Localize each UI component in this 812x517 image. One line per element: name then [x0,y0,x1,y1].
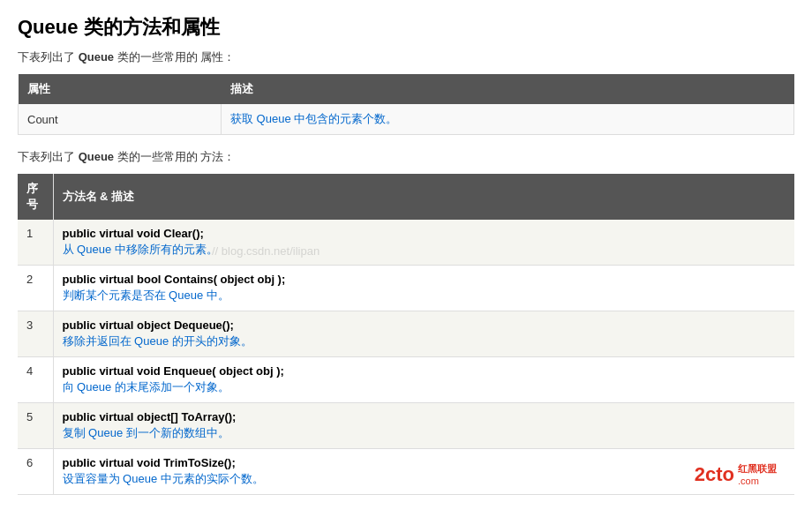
method-content: public virtual object[] ToArray();复制 Que… [53,403,794,449]
logo-area: 2cto 红黑联盟 .com [695,462,777,486]
props-col-description: 描述 [222,74,794,104]
props-intro: 下表列出了 Queue 类的一些常用的 属性： [18,49,794,65]
method-num: 3 [18,311,53,357]
method-signature: public virtual object[] ToArray(); [63,410,786,423]
method-content: public virtual void Clear();从 Queue 中移除所… [53,220,794,266]
methods-col-num: 序号 [18,174,53,220]
method-num: 5 [18,403,53,449]
methods-table-wrapper: // blog.csdn.net/ilipan 序号 方法名 & 描述 1pub… [18,174,794,495]
table-row: Count 获取 Queue 中包含的元素个数。 [19,104,794,135]
method-description: 从 Queue 中移除所有的元素。 [63,242,786,258]
method-num: 4 [18,357,53,403]
method-content: public virtual bool Contains( object obj… [53,266,794,311]
table-row: 3public virtual object Dequeue();移除并返回在 … [18,311,794,357]
methods-intro: 下表列出了 Queue 类的一些常用的 方法： [18,149,794,165]
logo-dot: .com [738,476,777,486]
method-description: 复制 Queue 到一个新的数组中。 [63,425,786,441]
method-num: 1 [18,220,53,266]
method-signature: public virtual object Dequeue(); [63,318,786,332]
prop-name: Count [19,104,222,135]
method-description: 移除并返回在 Queue 的开头的对象。 [63,333,786,349]
method-signature: public virtual void Enqueue( object obj … [63,364,786,378]
method-content: public virtual object Dequeue();移除并返回在 Q… [53,311,794,357]
methods-table: 序号 方法名 & 描述 1public virtual void Clear()… [18,174,794,495]
table-row: 1public virtual void Clear();从 Queue 中移除… [18,220,794,266]
method-num: 2 [18,266,53,311]
method-description: 设置容量为 Queue 中元素的实际个数。 [63,471,786,487]
properties-table: 属性 描述 Count 获取 Queue 中包含的元素个数。 [18,74,794,135]
method-signature: public virtual void TrimToSize(); [63,456,786,469]
method-signature: public virtual bool Contains( object obj… [63,273,786,286]
page-title: Queue 类的方法和属性 [18,14,794,41]
table-row: 5public virtual object[] ToArray();复制 Qu… [18,403,794,449]
table-row: 2public virtual bool Contains( object ob… [18,266,794,311]
logo-red: 红黑联盟 [738,462,777,476]
method-signature: public virtual void Clear(); [63,227,786,240]
table-row: 4public virtual void Enqueue( object obj… [18,357,794,403]
page-container: Queue 类的方法和属性 下表列出了 Queue 类的一些常用的 属性： 属性… [18,14,794,495]
method-description: 判断某个元素是否在 Queue 中。 [63,288,786,303]
logo-2cto: 2cto [695,463,734,486]
prop-desc: 获取 Queue 中包含的元素个数。 [222,104,794,135]
method-content: public virtual void TrimToSize();设置容量为 Q… [53,449,794,495]
method-content: public virtual void Enqueue( object obj … [53,357,794,403]
method-num: 6 [18,449,53,495]
methods-col-desc: 方法名 & 描述 [53,174,794,220]
props-col-property: 属性 [19,74,222,104]
table-row: 6public virtual void TrimToSize();设置容量为 … [18,449,794,495]
logo-sub: 红黑联盟 .com [738,462,777,486]
method-description: 向 Queue 的末尾添加一个对象。 [63,379,786,395]
